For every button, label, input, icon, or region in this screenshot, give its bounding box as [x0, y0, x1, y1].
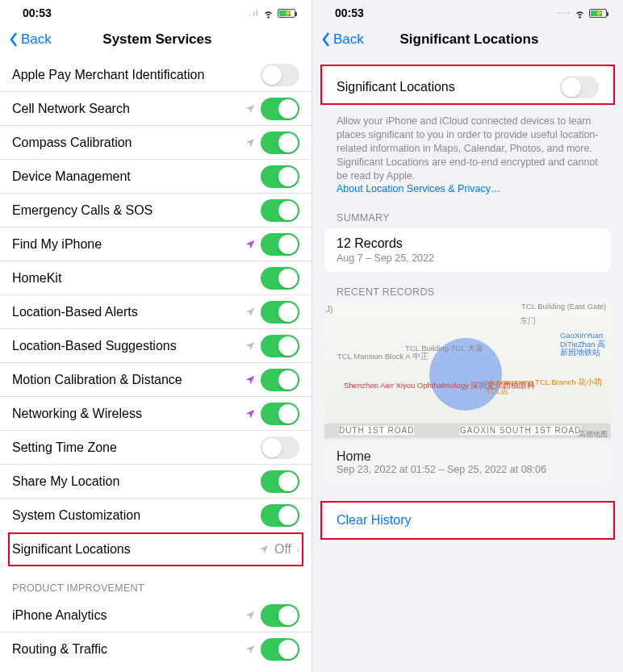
page-title: Significant Locations: [324, 31, 615, 48]
poi-gaoxin: GaoXinYuan DiTieZhan 高新园地铁站: [560, 332, 611, 357]
services-list: Apple Pay Merchant IdentificationCell Ne…: [0, 58, 312, 532]
toggle-switch[interactable]: [261, 301, 299, 323]
list-item[interactable]: Device Management: [0, 160, 312, 194]
map-credit: 高德地图: [579, 429, 608, 440]
list-item-label: Compass Calibration: [12, 136, 245, 150]
summary-count: 12 Records: [337, 236, 403, 251]
toggle-switch[interactable]: [261, 267, 299, 290]
list-item[interactable]: Find My iPhone: [0, 227, 312, 261]
status-icons: .ıl ⚡: [249, 7, 295, 19]
status-icons: ···· ⚡: [558, 7, 607, 19]
list-item-label: Share My Location: [12, 474, 261, 489]
list-item-label: iPhone Analytics: [12, 608, 245, 623]
nav-bar: Back System Services: [0, 23, 312, 58]
location-arrow-icon: [245, 239, 256, 250]
list-item-label: Setting Time Zone: [12, 440, 261, 455]
clock: 00:53: [335, 6, 364, 19]
clear-history-button[interactable]: Clear History: [324, 503, 611, 538]
list-item-label: Device Management: [12, 169, 261, 184]
significant-locations-row[interactable]: Significant Locations Off ›: [0, 532, 312, 566]
list-item[interactable]: HomeKit: [0, 261, 312, 295]
list-item[interactable]: Compass Calibration: [0, 126, 312, 160]
status-bar: 00:53 .ıl ⚡: [0, 0, 312, 23]
list-item-label: Location-Based Alerts: [12, 305, 245, 319]
poi-tcl-mansion: TCL Mansion Block A 中正: [337, 353, 429, 361]
map-marker-j: J): [326, 305, 332, 314]
sigloc-toggle-row[interactable]: Significant Locations: [324, 66, 611, 108]
toggle-switch[interactable]: [261, 199, 299, 222]
toggle-switch[interactable]: [261, 131, 299, 154]
toggle-switch[interactable]: [261, 504, 299, 527]
list-item[interactable]: Motion Calibration & Distance: [0, 363, 312, 397]
road-label: GAOXIN SOUTH 1ST ROAD: [460, 426, 581, 435]
record-range: Sep 23, 2022 at 01:52 – Sep 25, 2022 at …: [337, 464, 599, 475]
location-arrow-icon: [245, 307, 256, 318]
sigloc-description: Allow your iPhone and iCloud connected d…: [312, 108, 623, 198]
sigloc-label: Significant Locations: [12, 542, 258, 557]
record-details: Home Sep 23, 2022 at 01:52 – Sep 25, 202…: [324, 441, 611, 485]
poi-huaxiaomeng: Huaxiaomeng TCL Branch 花小萌 TCL店: [486, 378, 611, 395]
location-arrow-icon: [245, 374, 256, 386]
list-item[interactable]: Cell Network Search: [0, 92, 312, 126]
record-name: Home: [337, 449, 599, 464]
list-item-label: Routing & Traffic: [12, 642, 245, 657]
sigloc-row-container: Significant Locations Off ›: [0, 532, 312, 566]
toggle-switch[interactable]: [261, 335, 299, 357]
list-item[interactable]: System Customization: [0, 499, 312, 532]
privacy-link[interactable]: About Location Services & Privacy…: [337, 183, 501, 194]
sigloc-toggle-label: Significant Locations: [337, 80, 455, 94]
improvement-list: iPhone AnalyticsRouting & Traffic: [0, 599, 312, 666]
poi-east-gate: TCL Building (East Gate): [521, 303, 606, 311]
toggle-switch[interactable]: [261, 98, 299, 120]
list-item[interactable]: Emergency Calls & SOS: [0, 194, 312, 227]
list-item[interactable]: Setting Time Zone: [0, 431, 312, 465]
location-arrow-icon: [245, 610, 256, 621]
toggle-switch[interactable]: [261, 604, 299, 627]
status-bar: 00:53 ···· ⚡: [312, 0, 623, 23]
clock: 00:53: [23, 6, 52, 19]
toggle-switch[interactable]: [261, 470, 299, 493]
list-item-label: Motion Calibration & Distance: [12, 373, 245, 387]
list-item-label: Apple Pay Merchant Identification: [12, 68, 261, 82]
toggle-switch[interactable]: [261, 64, 299, 86]
toggle-switch[interactable]: [261, 436, 299, 459]
toggle-switch[interactable]: [261, 403, 299, 425]
section-header-summary: SUMMARY: [312, 198, 623, 228]
cell-signal-icon: ····: [558, 8, 571, 18]
location-arrow-icon: [258, 544, 270, 555]
poi-dongmen: 东门: [520, 317, 536, 325]
list-item[interactable]: Apple Pay Merchant Identification: [0, 58, 312, 92]
battery-icon: ⚡: [278, 9, 295, 18]
summary-range: Aug 7 – Sep 25, 2022: [337, 253, 434, 264]
poi-tcl-building: TCL Building TCL 大厦: [405, 344, 483, 353]
page-title: System Services: [11, 31, 303, 48]
list-item-label: Location-Based Suggestions: [12, 339, 245, 353]
toggle-switch[interactable]: [261, 638, 299, 661]
list-item[interactable]: Routing & Traffic: [0, 632, 312, 666]
summary-block[interactable]: 12 Records Aug 7 – Sep 25, 2022: [324, 228, 611, 272]
list-item-label: Find My iPhone: [12, 237, 245, 252]
recent-record-card[interactable]: J) GAOXIN SOUTH 1ST ROAD DUTH 1ST ROAD T…: [324, 303, 611, 485]
wifi-icon: [574, 7, 586, 19]
location-arrow-icon: [245, 103, 256, 115]
map-preview: J) GAOXIN SOUTH 1ST ROAD DUTH 1ST ROAD T…: [324, 303, 611, 441]
toggle-switch[interactable]: [261, 233, 299, 256]
list-item[interactable]: iPhone Analytics: [0, 599, 312, 632]
list-item[interactable]: Location-Based Alerts: [0, 295, 312, 329]
right-phone: 00:53 ···· ⚡ Back Significant Locations …: [312, 0, 623, 672]
section-header-recent: RECENT RECORDS: [312, 272, 623, 303]
location-arrow-icon: [245, 137, 256, 148]
wifi-icon: [262, 7, 274, 19]
cell-signal-icon: .ıl: [249, 8, 259, 18]
toggle-switch[interactable]: [261, 165, 299, 188]
list-item[interactable]: Share My Location: [0, 465, 312, 499]
left-phone: 00:53 .ıl ⚡ Back System Services Apple P…: [0, 0, 312, 672]
toggle-switch[interactable]: [261, 369, 299, 391]
list-item[interactable]: Networking & Wireless: [0, 397, 312, 431]
road-label-2: DUTH 1ST ROAD: [339, 426, 414, 435]
chevron-right-icon: ›: [296, 544, 299, 555]
nav-bar: Back Significant Locations: [312, 23, 623, 58]
location-arrow-icon: [245, 644, 256, 655]
list-item[interactable]: Location-Based Suggestions: [0, 329, 312, 363]
sigloc-toggle[interactable]: [560, 76, 599, 98]
